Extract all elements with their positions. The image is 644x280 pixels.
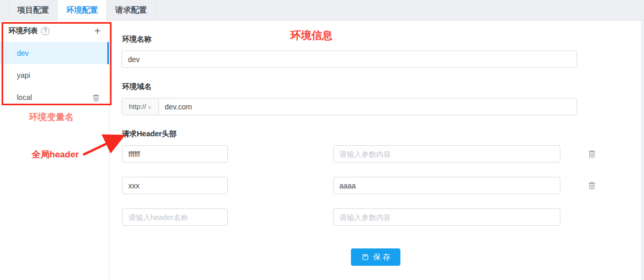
sidebar-item-local[interactable]: local <box>0 86 109 108</box>
tab-request-config[interactable]: 请求配置 <box>107 0 156 20</box>
header-name-input-1[interactable] <box>122 145 228 163</box>
env-item-label: dev <box>17 49 29 57</box>
tab-project-config[interactable]: 项目配置 <box>8 0 58 20</box>
environment-list-title: 环境列表 <box>8 26 38 36</box>
env-item-label: yapi <box>17 71 31 79</box>
env-item-label: local <box>17 93 32 102</box>
sidebar-item-dev[interactable]: dev <box>0 42 109 64</box>
annotation-env-info: 环境信息 <box>290 28 333 43</box>
save-button-label: 保 存 <box>374 253 390 262</box>
header-value-input-1[interactable] <box>333 145 560 163</box>
protocol-value: http:// <box>129 103 146 111</box>
scrollbar-track[interactable] <box>641 21 644 280</box>
request-header-section-label: 请求Header头部 <box>122 129 176 139</box>
tab-environment-config[interactable]: 环境配置 <box>58 0 107 20</box>
help-question-icon[interactable]: ? <box>41 27 49 35</box>
save-button[interactable]: 保 存 <box>351 248 400 266</box>
save-icon <box>361 253 369 261</box>
env-name-input[interactable] <box>122 51 577 68</box>
env-domain-label: 环境域名 <box>122 82 152 92</box>
header-value-input-2[interactable] <box>333 177 560 194</box>
delete-environment-icon[interactable] <box>92 93 100 102</box>
header-name-input-3[interactable] <box>122 208 228 226</box>
delete-header-row-2-icon[interactable] <box>587 180 598 191</box>
env-name-label: 环境名称 <box>122 35 152 44</box>
env-domain-group: http:// ∨ <box>122 98 577 115</box>
header-name-input-2[interactable] <box>122 177 228 194</box>
env-domain-input[interactable] <box>159 98 577 115</box>
delete-header-row-1-icon[interactable] <box>587 148 598 159</box>
environment-list-header: 环境列表 ? + <box>0 21 109 42</box>
config-tabbar: 项目配置 环境配置 请求配置 <box>0 0 644 21</box>
environment-sidebar: 环境列表 ? + dev yapi local <box>0 21 109 280</box>
sidebar-item-yapi[interactable]: yapi <box>0 64 109 86</box>
add-environment-icon[interactable]: + <box>94 26 100 36</box>
chevron-down-icon: ∨ <box>148 104 152 110</box>
environment-config-page: 项目配置 环境配置 请求配置 环境列表 ? + dev yapi local <box>0 0 644 280</box>
header-value-input-3[interactable] <box>333 208 560 226</box>
protocol-select[interactable]: http:// ∨ <box>122 98 159 115</box>
